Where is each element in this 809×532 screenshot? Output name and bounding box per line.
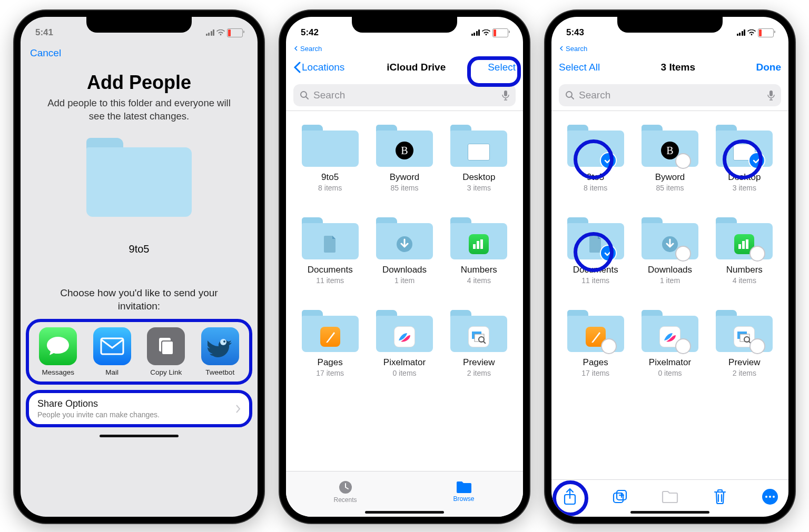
svg-rect-2 xyxy=(162,341,173,355)
svg-rect-19 xyxy=(742,241,745,249)
folder-item[interactable]: Numbers4 items xyxy=(711,217,778,285)
cancel-button[interactable]: Cancel xyxy=(30,47,61,59)
folder-icon xyxy=(450,310,507,352)
signal-icon xyxy=(471,29,480,36)
folder-icon xyxy=(302,125,359,167)
folder-item[interactable]: BByword85 items xyxy=(371,125,438,192)
folder-item[interactable]: Pages17 items xyxy=(297,310,363,377)
folder-name-label: 9to5 xyxy=(587,172,604,183)
share-messages[interactable]: Messages xyxy=(35,327,81,376)
page-subtitle: Add people to this folder and everyone w… xyxy=(21,94,258,123)
tab-recents[interactable]: Recents xyxy=(286,471,404,511)
folder-item[interactable]: Pixelmator0 items xyxy=(371,310,438,377)
back-locations-button[interactable]: Locations xyxy=(293,62,344,73)
done-button[interactable]: Done xyxy=(756,62,781,73)
folder-icon xyxy=(716,310,773,352)
share-button[interactable] xyxy=(561,488,579,506)
unselected-circle-icon xyxy=(601,338,617,354)
folder-meta-label: 85 items xyxy=(391,184,419,192)
folder-name-label: Desktop xyxy=(462,172,495,183)
folder-item[interactable]: BByword85 items xyxy=(636,125,703,192)
folder-icon xyxy=(567,217,624,259)
folder-item[interactable]: Downloads1 item xyxy=(636,217,703,285)
trash-button[interactable] xyxy=(711,488,729,506)
folder-grid: 9to58 itemsBByword85 itemsDesktop3 items… xyxy=(551,111,788,479)
home-indicator[interactable] xyxy=(100,435,179,437)
folder-item[interactable]: Documents11 items xyxy=(297,217,363,285)
page-title: Add People xyxy=(21,72,258,94)
folder-name-label: Byword xyxy=(655,172,685,183)
folder-item[interactable]: Pixelmator0 items xyxy=(636,310,703,377)
share-copy-link[interactable]: Copy Link xyxy=(143,327,189,376)
unselected-circle-icon xyxy=(675,338,691,354)
breadcrumb-search[interactable]: Search xyxy=(551,44,788,53)
unselected-circle-icon xyxy=(675,246,691,262)
share-options-row[interactable]: Share Options People you invite can make… xyxy=(26,390,252,427)
duplicate-button[interactable] xyxy=(611,488,629,506)
folder-meta-label: 17 items xyxy=(316,369,344,377)
share-options-sublabel: People you invite can make changes. xyxy=(37,410,160,419)
mail-icon xyxy=(93,327,131,365)
folder-name-label: Pages xyxy=(318,357,343,368)
invite-prompt: Choose how you'd like to send your invit… xyxy=(21,287,258,313)
status-time: 5:42 xyxy=(301,27,319,38)
breadcrumb-search[interactable]: Search xyxy=(286,44,523,53)
tweetbot-icon xyxy=(201,327,239,365)
messages-icon xyxy=(39,327,77,365)
share-mail[interactable]: Mail xyxy=(90,327,135,376)
folder-item[interactable]: Desktop3 items xyxy=(711,125,778,192)
folder-icon xyxy=(716,125,773,167)
battery-icon xyxy=(492,28,508,37)
folder-item[interactable]: Numbers4 items xyxy=(446,217,512,285)
folder-name-label: Byword xyxy=(390,172,420,183)
folder-item[interactable]: Documents11 items xyxy=(562,217,629,285)
home-indicator[interactable] xyxy=(630,511,709,514)
folder-item[interactable]: 9to58 items xyxy=(562,125,629,192)
folder-item[interactable]: Preview2 items xyxy=(711,310,778,377)
folder-icon xyxy=(456,480,472,494)
battery-icon xyxy=(758,28,774,37)
folder-meta-label: 2 items xyxy=(467,369,491,377)
tab-bar: Recents Browse xyxy=(286,471,523,517)
folder-name-label: Pixelmator xyxy=(383,357,426,368)
folder-preview xyxy=(21,138,258,217)
dictation-icon[interactable] xyxy=(502,90,509,101)
folder-icon xyxy=(450,125,507,167)
folder-meta-label: 85 items xyxy=(656,184,684,192)
wifi-icon xyxy=(482,29,490,36)
folder-name-label: Documents xyxy=(308,265,353,275)
share-options-label: Share Options xyxy=(37,398,160,409)
svg-rect-8 xyxy=(473,244,476,249)
folder-grid: 9to58 itemsBByword85 itemsDesktop3 items… xyxy=(286,111,523,471)
folder-icon xyxy=(716,217,773,259)
tab-browse[interactable]: Browse xyxy=(404,471,523,511)
folder-meta-label: 11 items xyxy=(316,276,344,285)
search-input[interactable]: Search xyxy=(559,84,781,106)
folder-name-label: Pixelmator xyxy=(649,357,691,368)
svg-point-30 xyxy=(773,496,775,498)
folder-icon xyxy=(376,217,433,259)
nav-title: 3 Items xyxy=(661,62,695,73)
copy-link-icon xyxy=(147,327,185,365)
move-button[interactable] xyxy=(661,488,679,506)
select-all-button[interactable]: Select All xyxy=(559,62,600,73)
folder-icon xyxy=(642,217,698,259)
folder-item[interactable]: Pages17 items xyxy=(562,310,629,377)
home-indicator[interactable] xyxy=(365,511,444,514)
more-button[interactable] xyxy=(761,488,779,506)
folder-item[interactable]: Downloads1 item xyxy=(371,217,438,285)
folder-item[interactable]: Desktop3 items xyxy=(446,125,512,192)
phone-add-people: 5:41 Cancel Add People Add people to thi… xyxy=(14,11,264,523)
folder-item[interactable]: 9to58 items xyxy=(297,125,363,192)
folder-item[interactable]: Preview2 items xyxy=(446,310,512,377)
svg-rect-6 xyxy=(504,91,507,96)
folder-name-label: Preview xyxy=(728,357,760,368)
folder-meta-label: 1 item xyxy=(394,276,415,285)
search-input[interactable]: Search xyxy=(293,84,516,106)
dictation-icon[interactable] xyxy=(767,90,775,101)
folder-meta-label: 1 item xyxy=(660,276,680,285)
share-tweetbot[interactable]: Tweetbot xyxy=(198,327,243,376)
signal-icon xyxy=(737,29,746,36)
chevron-right-icon xyxy=(235,405,241,413)
folder-icon: B xyxy=(376,125,433,167)
